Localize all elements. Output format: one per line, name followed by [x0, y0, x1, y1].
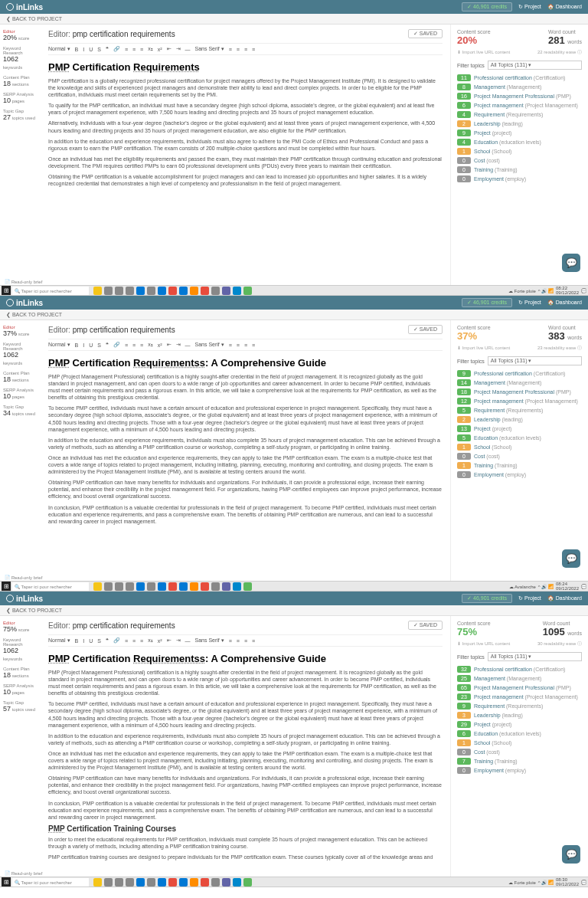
- topic-row[interactable]: 6 Project management (Project Management…: [457, 102, 582, 109]
- sidebar-keyword-research[interactable]: Keyword Research1062 keywords: [3, 342, 38, 366]
- taskbar-app-icon-8[interactable]: [179, 287, 188, 295]
- font-select[interactable]: Sans Serif ▾: [195, 637, 224, 644]
- import-url-link[interactable]: ⬇ Import live URL content: [457, 641, 510, 647]
- taskbar-app-icon-10[interactable]: [201, 878, 209, 887]
- filter-topics-select[interactable]: All Topics (131) ▾: [488, 356, 582, 365]
- toolbar-btn-3[interactable]: S: [97, 342, 101, 348]
- toolbar-btn-7[interactable]: ≡: [132, 638, 136, 644]
- topic-row[interactable]: 1 Training (Training): [457, 462, 582, 469]
- taskbar-app-icon-6[interactable]: [158, 582, 166, 591]
- topic-row[interactable]: 8 Management (Management): [457, 84, 582, 90]
- toolbar-btn-12[interactable]: ⇥: [176, 342, 181, 348]
- topic-row[interactable]: 6 Education (education levels): [457, 730, 582, 737]
- readonly-brief[interactable]: 📄 Read-only brief: [5, 870, 42, 876]
- taskbar-app-icon-0[interactable]: [93, 878, 102, 887]
- align-left-icon[interactable]: ≡: [229, 47, 232, 52]
- weather-widget[interactable]: ☁ Forte pluie: [508, 880, 536, 885]
- sidebar-keyword-research[interactable]: Keyword Research1062 keywords: [3, 637, 38, 662]
- taskbar-app-icon-12[interactable]: [222, 287, 230, 295]
- align-left-icon[interactable]: ≡: [229, 342, 232, 348]
- taskbar-app-icon-9[interactable]: [190, 878, 198, 887]
- content-paragraph[interactable]: Once an individual has met the eligibili…: [48, 156, 443, 169]
- taskbar-app-icon-4[interactable]: [136, 582, 145, 591]
- toolbar-btn-4[interactable]: ❝: [106, 342, 109, 348]
- toolbar-btn-13[interactable]: —: [185, 47, 191, 52]
- taskbar-app-icon-10[interactable]: [201, 582, 209, 591]
- back-to-project[interactable]: ❮ BACK TO PROJECT: [6, 16, 62, 22]
- align-right-icon[interactable]: ≡: [244, 342, 247, 348]
- toolbar-btn-7[interactable]: ≡: [132, 47, 136, 52]
- taskbar-app-icon-11[interactable]: [211, 582, 220, 591]
- back-to-project[interactable]: ❮ BACK TO PROJECT: [6, 312, 62, 318]
- font-select[interactable]: Sans Serif ▾: [195, 46, 224, 52]
- content-heading[interactable]: PMP Certification Requirementss: A Compr…: [48, 357, 443, 369]
- topic-row[interactable]: 14 Management (Management): [457, 379, 582, 386]
- align-center-icon[interactable]: ≡: [237, 47, 240, 52]
- align-justify-icon[interactable]: ≡: [252, 638, 255, 644]
- content-paragraph[interactable]: In conclusion, PMP certification is a va…: [48, 504, 443, 525]
- toolbar-btn-2[interactable]: U: [89, 638, 93, 644]
- chat-fab[interactable]: 💬: [562, 254, 580, 272]
- dashboard-link[interactable]: 🏠 Dashboard: [547, 4, 582, 10]
- content-paragraph[interactable]: To become PMP certified, individuals mus…: [48, 700, 443, 728]
- align-justify-icon[interactable]: ≡: [252, 342, 255, 348]
- notifications-icon[interactable]: 💬: [581, 584, 586, 589]
- taskbar-app-icon-14[interactable]: [243, 287, 252, 295]
- taskbar-app-icon-6[interactable]: [158, 878, 166, 887]
- style-select[interactable]: Normal ▾: [48, 46, 70, 52]
- taskbar-search[interactable]: 🔍 Taper ici pour rechercher: [12, 287, 89, 295]
- logo[interactable]: inLinks: [6, 299, 43, 307]
- sidebar-serp-analysis[interactable]: SERP Analysis10 pages: [3, 92, 38, 104]
- toolbar-btn-11[interactable]: ⇤: [167, 46, 172, 52]
- toolbar-btn-6[interactable]: ≡: [125, 342, 128, 348]
- filter-topics-select[interactable]: All Topics (131) ▾: [488, 652, 582, 661]
- toolbar-btn-12[interactable]: ⇥: [176, 637, 181, 644]
- taskbar-app-icon-13[interactable]: [233, 287, 241, 295]
- taskbar-app-icon-0[interactable]: [93, 287, 102, 295]
- tray-icons[interactable]: ^ 🔊 📶: [538, 288, 554, 293]
- topic-row[interactable]: 0 Employment (employ): [457, 767, 582, 774]
- topic-row[interactable]: 1 School (School): [457, 739, 582, 746]
- back-to-project[interactable]: ❮ BACK TO PROJECT: [6, 608, 62, 614]
- topic-row[interactable]: 9 Project (project): [457, 129, 582, 136]
- topic-row[interactable]: 0 Cost (cost): [457, 157, 582, 164]
- align-center-icon[interactable]: ≡: [237, 638, 240, 644]
- topic-row[interactable]: 12 Project management (Project Managemen…: [457, 398, 582, 405]
- toolbar-btn-1[interactable]: I: [83, 342, 84, 348]
- topic-row[interactable]: 18 Project Management Professional (PMP): [457, 388, 582, 395]
- topic-row[interactable]: 2 Leadership (leading): [457, 416, 582, 423]
- taskbar-app-icon-6[interactable]: [158, 287, 166, 295]
- toolbar-btn-0[interactable]: B: [75, 47, 79, 52]
- topic-row[interactable]: 16 Project Management Professional (PMP): [457, 93, 582, 100]
- toolbar-btn-3[interactable]: S: [97, 47, 101, 52]
- clock[interactable]: 08:2409/12/2022: [556, 582, 579, 591]
- taskbar-app-icon-14[interactable]: [243, 582, 252, 591]
- content-heading[interactable]: PMP Certification Requirements: [48, 61, 443, 73]
- toolbar-btn-4[interactable]: ❝: [106, 46, 109, 52]
- taskbar-app-icon-5[interactable]: [147, 878, 155, 887]
- taskbar-app-icon-2[interactable]: [115, 582, 123, 591]
- content-paragraph[interactable]: In addition to the education and experie…: [48, 437, 443, 451]
- toolbar-btn-8[interactable]: ≡: [140, 638, 143, 644]
- topic-row[interactable]: 0 Cost (cost): [457, 749, 582, 755]
- taskbar-app-icon-11[interactable]: [211, 287, 220, 295]
- import-url-link[interactable]: ⬇ Import live URL content: [457, 345, 510, 352]
- content-paragraph[interactable]: PMP (Project Management Professional) ce…: [48, 373, 443, 401]
- topic-row[interactable]: 0 Training (Training): [457, 166, 582, 173]
- topic-row[interactable]: 29 Project (project): [457, 721, 582, 728]
- start-button[interactable]: [2, 286, 11, 295]
- filter-topics-select[interactable]: All Topics (131) ▾: [488, 61, 582, 70]
- toolbar-btn-6[interactable]: ≡: [125, 47, 128, 52]
- dashboard-link[interactable]: 🏠 Dashboard: [547, 595, 582, 601]
- toolbar-btn-0[interactable]: B: [75, 638, 79, 644]
- taskbar-app-icon-9[interactable]: [190, 287, 198, 295]
- sidebar-serp-analysis[interactable]: SERP Analysis10 pages: [3, 388, 38, 400]
- content-subheading[interactable]: PMP Certification Training Courses: [48, 824, 443, 833]
- topic-row[interactable]: 9 Professional certification (Certificat…: [457, 370, 582, 377]
- sidebar-editor[interactable]: Editor20% score: [3, 29, 38, 41]
- credits-badge[interactable]: ✓ 46,901 credits: [462, 298, 512, 307]
- topic-row[interactable]: 0 Employment (employ): [457, 175, 582, 182]
- taskbar-app-icon-8[interactable]: [179, 878, 188, 887]
- taskbar-app-icon-12[interactable]: [222, 878, 230, 887]
- content-paragraph[interactable]: PMP certification is a globally recogniz…: [48, 77, 443, 98]
